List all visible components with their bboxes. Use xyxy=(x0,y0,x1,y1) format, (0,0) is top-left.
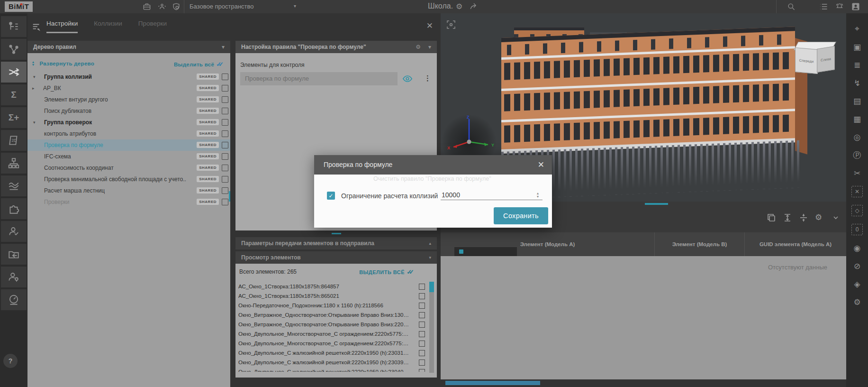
model-box-icon[interactable]: ▣ xyxy=(852,42,862,52)
element-list-item[interactable]: Окно_Витражное_Одностворчатое:Открывание… xyxy=(238,310,427,320)
tree-collapse-caret-icon[interactable]: ▾ xyxy=(222,41,225,53)
tree-item-checkbox[interactable] xyxy=(222,108,228,114)
tree-scrollbar-thumb[interactable] xyxy=(229,191,230,202)
section-box-icon[interactable]: ◇ xyxy=(851,205,863,216)
tree-item-formula-check-selected[interactable]: Проверка по формулеSHARED xyxy=(27,139,230,151)
collision-limit-input[interactable] xyxy=(441,190,542,200)
element-list-item[interactable]: Окно-Передаточное_Подоконник:1180 х 1160… xyxy=(238,301,427,310)
tree-item-checkbox[interactable] xyxy=(222,187,228,194)
panel-resize-divider[interactable] xyxy=(235,230,437,237)
element-checkbox[interactable] xyxy=(419,312,425,318)
tree-item-coords[interactable]: Соотносимость координатSHARED xyxy=(27,162,230,174)
tree-item-checks-muted[interactable]: ПроверкиSHARED xyxy=(27,196,230,208)
tree-item-checkbox[interactable] xyxy=(222,74,228,80)
select-all-elements-link[interactable]: ВЫДЕЛИТЬ ВСЁ✓✓ xyxy=(359,268,415,276)
element-checkbox[interactable] xyxy=(419,350,425,356)
row-height-icon[interactable] xyxy=(783,213,793,223)
element-checkbox[interactable] xyxy=(419,322,425,328)
hide-icon[interactable]: ⊘ xyxy=(852,261,862,271)
project-settings-gear-icon[interactable]: ⚙ xyxy=(456,2,462,11)
elements-scrollbar[interactable] xyxy=(429,282,434,373)
trend-waves-icon[interactable] xyxy=(1,175,27,196)
copy-icon[interactable] xyxy=(767,213,777,223)
layers-icon[interactable]: ≣ xyxy=(852,60,862,70)
viewport-settings-gear-icon[interactable]: ⚙ xyxy=(852,297,862,307)
org-chart-icon[interactable] xyxy=(1,153,27,174)
rule-kebab-menu-icon[interactable]: ⋮ xyxy=(424,74,431,83)
visibility-eye-icon[interactable] xyxy=(402,75,413,84)
elements-scrollbar-thumb[interactable] xyxy=(429,282,434,292)
rules-tree-header[interactable]: Дерево правил ▾ xyxy=(27,41,230,53)
element-checkbox[interactable] xyxy=(419,369,425,372)
tree-item-checkbox[interactable] xyxy=(222,119,228,126)
team-icon[interactable] xyxy=(157,2,167,11)
number-stepper[interactable]: ▴▾ xyxy=(533,190,542,200)
viewport-capture-icon[interactable] xyxy=(446,20,456,31)
resize-handle[interactable] xyxy=(332,233,341,234)
shield-sync-icon[interactable] xyxy=(172,2,181,11)
zero-state-icon[interactable]: 0 xyxy=(851,224,863,235)
tree-item-duplicates[interactable]: Поиск дубликатовSHARED xyxy=(27,105,230,117)
results-hscrollbar-thumb[interactable] xyxy=(445,381,540,385)
tree-item-checkbox[interactable] xyxy=(222,130,228,137)
element-checkbox[interactable] xyxy=(419,293,425,299)
bimit-logo[interactable]: BiMiT xyxy=(5,1,33,12)
lightning-icon[interactable]: ↯ xyxy=(852,78,862,88)
navcube-left-face[interactable]: Слева xyxy=(817,46,835,73)
transfer-params-header[interactable]: Параметры передачи элементов в подправил… xyxy=(235,237,437,249)
element-checkbox[interactable] xyxy=(419,359,425,366)
tree-item-checkbox[interactable] xyxy=(222,165,228,171)
tree-item-stairs[interactable]: Расчет марша лестницSHARED xyxy=(27,185,230,196)
select-target-icon[interactable]: ⌖ xyxy=(852,24,862,34)
save-button[interactable]: Сохранить xyxy=(494,207,548,224)
search-icon[interactable] xyxy=(787,2,796,11)
tree-item-ar-vk[interactable]: ▸АР_ВКSHARED xyxy=(27,83,230,94)
element-list-item[interactable]: АС_Окно_1Створка:1180х1875h:864857 xyxy=(238,282,427,291)
user-location-icon[interactable] xyxy=(1,267,27,287)
locate-icon[interactable]: ◎ xyxy=(852,132,862,142)
collisions-shuffle-icon[interactable] xyxy=(1,62,27,83)
dashboard-gauge-icon[interactable] xyxy=(1,289,27,310)
collapse-up-icon[interactable]: ▴ xyxy=(429,237,431,249)
tree-item-checkbox[interactable] xyxy=(222,142,228,148)
tree-item-min-area[interactable]: Проверка минимальной свободной площади с… xyxy=(27,174,230,185)
caret-right-icon[interactable]: ▸ xyxy=(32,86,38,91)
results-model-tab[interactable] xyxy=(454,247,517,256)
element-checkbox[interactable] xyxy=(419,284,425,290)
element-list-item[interactable]: Окно_Двупольное_С жалюзийной решеткой:22… xyxy=(238,367,427,372)
workspace-caret-icon[interactable]: ▾ xyxy=(294,3,296,9)
limit-checkbox[interactable]: ✓ xyxy=(327,192,335,200)
section-cut-icon[interactable]: ✂ xyxy=(852,168,862,178)
tree-item-element-inside[interactable]: Элемент внтури другогоSHARED xyxy=(27,94,230,105)
tree-item-checkbox[interactable] xyxy=(222,153,228,160)
caret-down-icon[interactable]: ▾ xyxy=(33,74,39,79)
results-resize-handle[interactable] xyxy=(645,203,668,205)
tree-item-checkbox[interactable] xyxy=(222,85,228,92)
collapse-down-icon[interactable]: ▾ xyxy=(429,251,431,264)
tree-item-checkbox[interactable] xyxy=(222,176,228,183)
tab-checks[interactable]: Проверки xyxy=(138,20,167,33)
element-list-item[interactable]: Окно_Двупольное_Многостворчатое_С огражд… xyxy=(238,339,427,348)
rule-tree-icon[interactable] xyxy=(1,16,27,37)
tab-settings[interactable]: Настройки xyxy=(46,20,78,33)
notifications-bell-icon[interactable] xyxy=(835,2,844,11)
element-list-item[interactable]: Окно_Двупольное_Многостворчатое_С огражд… xyxy=(238,329,427,339)
column-guid-a[interactable]: GUID элемента (Модель A) xyxy=(744,232,846,256)
tree-item-group-checks[interactable]: ▾Группа проверокSHARED xyxy=(27,117,230,128)
2d-view-icon[interactable]: 2D xyxy=(1,130,27,151)
isolate-icon[interactable]: ◈ xyxy=(852,279,862,289)
view-elements-header[interactable]: Просмотр элементов ▾ xyxy=(235,251,437,264)
help-button[interactable]: ? xyxy=(3,354,18,368)
user-check-icon[interactable] xyxy=(1,221,27,242)
show-icon[interactable]: ◉ xyxy=(852,243,862,253)
tree-item-group-collisions[interactable]: ▾Группа коллизийSHARED xyxy=(27,71,230,83)
modal-close-icon[interactable]: ✕ xyxy=(538,155,544,175)
collapse-table-chevron-icon[interactable] xyxy=(831,213,841,223)
clear-selection-icon[interactable]: ✕ xyxy=(851,186,863,197)
element-list-item[interactable]: Окно_Двупольное_С жалюзийной решеткой:22… xyxy=(238,348,427,358)
close-panel-icon[interactable]: ✕ xyxy=(426,21,433,31)
plugin-puzzle-icon[interactable] xyxy=(1,198,27,219)
sheets-icon[interactable]: ▤ xyxy=(852,96,862,106)
briefcase-icon[interactable] xyxy=(142,2,152,11)
tab-collisions[interactable]: Коллизии xyxy=(94,20,122,33)
